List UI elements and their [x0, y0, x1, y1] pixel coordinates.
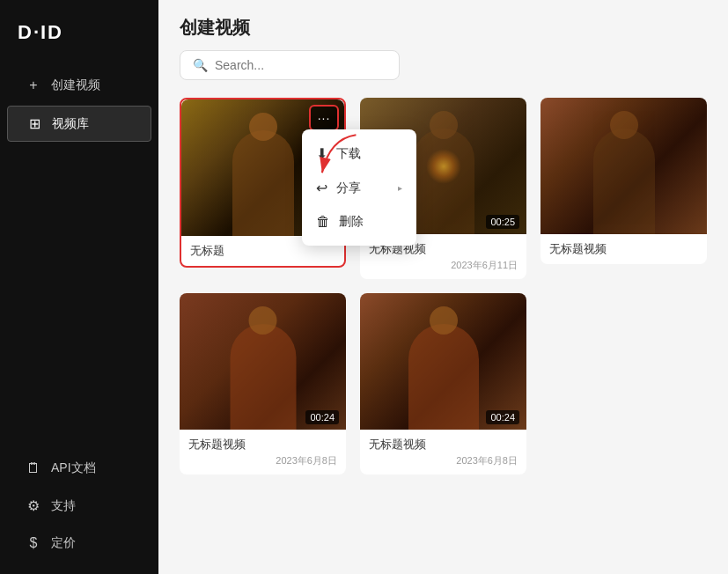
search-icon: 🔍: [193, 58, 208, 72]
sidebar-item-support[interactable]: ⚙ 支持: [7, 489, 151, 523]
context-menu-download[interactable]: ⬇ 下载: [302, 136, 416, 171]
video-info-4: 无标题视频 2023年6月8日: [180, 430, 346, 475]
main-body: 🔍 ··· 无标题 ⬇: [158, 50, 728, 574]
context-menu: ⬇ 下载 ↩ 分享 ▸ 🗑 删除: [302, 129, 416, 246]
video-card-4[interactable]: 00:24 无标题视频 2023年6月8日: [180, 293, 346, 475]
duration-badge-4: 00:24: [305, 410, 339, 424]
video-card-3[interactable]: 无标题视频: [540, 98, 707, 264]
video-date-4: 2023年6月8日: [188, 454, 337, 467]
video-title-5: 无标题视频: [369, 437, 518, 453]
sidebar-item-label: 支持: [51, 498, 76, 514]
video-thumbnail-5: 00:24: [360, 293, 526, 430]
download-icon: ⬇: [316, 145, 327, 162]
video-grid: ··· 无标题 ⬇ 下载 ↩ 分享 ▸: [180, 98, 707, 475]
sidebar-item-label: 视频库: [52, 116, 89, 132]
sidebar-item-create-video[interactable]: + 创建视频: [7, 69, 151, 102]
sidebar-nav: + 创建视频 ⊞ 视频库 🗒 API文档 ⚙ 支持 $ 定价: [0, 69, 158, 560]
search-input[interactable]: [215, 58, 386, 72]
video-card-5[interactable]: 00:24 无标题视频 2023年6月8日: [360, 293, 526, 475]
sidebar-item-video-library[interactable]: ⊞ 视频库: [7, 106, 151, 142]
doc-icon: 🗒: [25, 460, 42, 476]
video-card-wrapper-3: 无标题视频: [540, 98, 707, 279]
sidebar-item-label: 定价: [51, 535, 76, 551]
monk-silhouette: [232, 130, 294, 236]
download-label: 下载: [336, 146, 361, 162]
sidebar-item-label: 创建视频: [51, 77, 100, 93]
video-title-4: 无标题视频: [188, 437, 337, 453]
search-bar[interactable]: 🔍: [180, 50, 400, 80]
context-menu-share[interactable]: ↩ 分享 ▸: [302, 171, 416, 205]
video-date-2: 2023年6月11日: [369, 259, 518, 272]
dollar-icon: $: [25, 535, 42, 551]
video-card-wrapper-4: 00:24 无标题视频 2023年6月8日: [180, 293, 346, 475]
video-card-wrapper-1: ··· 无标题 ⬇ 下载 ↩ 分享 ▸: [180, 98, 346, 279]
video-date-5: 2023年6月8日: [369, 454, 518, 467]
video-options-button-1[interactable]: ···: [311, 107, 337, 129]
monk-silhouette: [230, 324, 296, 430]
sidebar: D·ID + 创建视频 ⊞ 视频库 🗒 API文档 ⚙ 支持 $ 定价: [0, 0, 158, 574]
plus-icon: +: [25, 77, 42, 93]
sidebar-item-api-docs[interactable]: 🗒 API文档: [7, 452, 151, 485]
duration-badge-5: 00:24: [486, 410, 519, 424]
submenu-arrow-icon: ▸: [398, 183, 402, 193]
video-thumbnail-3: [540, 98, 707, 234]
sidebar-item-label: API文档: [51, 460, 96, 476]
video-info-5: 无标题视频 2023年6月8日: [360, 430, 526, 475]
page-title: 创建视频: [158, 0, 728, 50]
monk-silhouette: [413, 129, 474, 234]
video-card-wrapper-5: 00:24 无标题视频 2023年6月8日: [360, 293, 526, 475]
gear-icon: ⚙: [25, 497, 42, 514]
app-logo: D·ID: [0, 14, 158, 69]
video-thumbnail-4: 00:24: [180, 293, 346, 430]
delete-icon: 🗑: [316, 214, 330, 230]
delete-label: 删除: [339, 214, 364, 230]
video-title-3: 无标题视频: [549, 241, 698, 257]
monk-silhouette: [593, 129, 655, 234]
monk-silhouette: [408, 324, 479, 430]
main-content: 创建视频 🔍 ··· 无标题: [158, 0, 728, 574]
share-icon: ↩: [316, 180, 327, 196]
sidebar-item-pricing[interactable]: $ 定价: [7, 526, 151, 560]
context-menu-delete[interactable]: 🗑 删除: [302, 205, 416, 239]
duration-badge-2: 00:25: [486, 215, 519, 229]
share-label: 分享: [336, 180, 361, 196]
grid-icon: ⊞: [26, 115, 43, 132]
video-info-3: 无标题视频: [540, 234, 707, 264]
